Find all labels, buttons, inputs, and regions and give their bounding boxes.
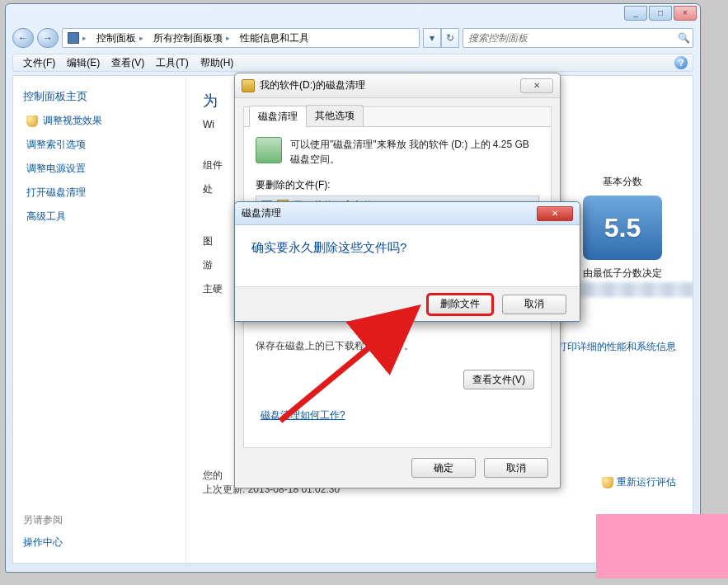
search-icon[interactable]: 🔍: [674, 32, 693, 44]
disk-cleanup-icon: [242, 79, 255, 92]
search-box[interactable]: 🔍: [463, 28, 693, 48]
help-icon[interactable]: ?: [674, 56, 688, 69]
menu-edit[interactable]: 编辑(E): [62, 54, 105, 72]
file-description: 保存在磁盘上的已下载程序文件中。: [256, 339, 539, 353]
refresh-button[interactable]: ↻: [441, 28, 459, 48]
confirm-buttons: 删除文件 取消: [235, 286, 580, 321]
address-bar: ← → ▸ 控制面板▸ 所有控制面板项▸ 性能信息和工具 ▾ ↻ 🔍: [12, 27, 693, 49]
menu-help[interactable]: 帮助(H): [195, 54, 239, 72]
base-score-tile: 5.5: [583, 196, 662, 260]
tab-disk-cleanup[interactable]: 磁盘清理: [249, 106, 307, 127]
breadcrumb-bar[interactable]: ▸ 控制面板▸ 所有控制面板项▸ 性能信息和工具: [62, 28, 420, 48]
disk-cleanup-close-button[interactable]: ✕: [520, 78, 553, 93]
rerun-link[interactable]: 重新运行评估: [602, 475, 676, 489]
confirm-title-text: 磁盘清理: [242, 206, 281, 220]
confirm-body: 确实要永久删除这些文件吗?: [235, 225, 580, 271]
tab-more-options[interactable]: 其他选项: [306, 105, 364, 126]
sidebar-header[interactable]: 控制面板主页: [23, 89, 176, 104]
shield-icon: [602, 477, 613, 488]
confirm-message: 确实要永久删除这些文件吗?: [251, 240, 563, 256]
breadcrumb-performance[interactable]: 性能信息和工具: [235, 29, 314, 47]
menu-bar: 文件(F) 编辑(E) 查看(V) 工具(T) 帮助(H) ?: [12, 54, 693, 72]
disk-cleanup-buttons: 确定 取消: [411, 458, 548, 478]
shield-icon: [26, 116, 38, 127]
confirm-cancel-button[interactable]: 取消: [502, 295, 566, 314]
maximize-button[interactable]: □: [649, 6, 672, 21]
sidebar-item-disk-cleanup[interactable]: 打开磁盘清理: [26, 186, 176, 200]
breadcrumb-root[interactable]: ▸: [63, 29, 92, 47]
disk-cleanup-tabs: 磁盘清理 其他选项: [244, 107, 551, 127]
decorative-overlay: [596, 514, 728, 578]
sidebar-item-visual-effects[interactable]: 调整视觉效果: [26, 114, 176, 128]
breadcrumb-control-panel[interactable]: 控制面板▸: [92, 29, 148, 47]
menu-file[interactable]: 文件(F): [18, 54, 60, 72]
sidebar-item-power[interactable]: 调整电源设置: [26, 162, 176, 176]
confirm-delete-dialog: 磁盘清理 ✕ 确实要永久删除这些文件吗? 删除文件 取消: [234, 201, 580, 322]
cleanup-description: 可以使用"磁盘清理"来释放 我的软件 (D:) 上的 4.25 GB 磁盘空间。: [290, 137, 539, 167]
menu-tools[interactable]: 工具(T): [151, 54, 193, 72]
close-button[interactable]: ×: [674, 6, 697, 21]
files-to-delete-label: 要删除的文件(F):: [256, 178, 539, 192]
ok-button[interactable]: 确定: [411, 458, 476, 478]
disk-cleanup-title: 我的软件(D:)的磁盘清理: [260, 78, 365, 92]
nav-forward-button[interactable]: →: [37, 28, 59, 48]
base-score-label: 基本分数: [603, 175, 642, 189]
minimize-button[interactable]: _: [624, 6, 647, 21]
confirm-close-button[interactable]: ✕: [537, 206, 573, 221]
sidebar-action-center-link[interactable]: 操作中心: [23, 535, 176, 550]
confirm-titlebar[interactable]: 磁盘清理 ✕: [235, 202, 580, 225]
drive-icon: [256, 137, 282, 163]
window-controls: _ □ ×: [624, 6, 697, 21]
menu-view[interactable]: 查看(V): [106, 54, 149, 72]
print-details-link[interactable]: 打印详细的性能和系统信息: [557, 340, 676, 354]
disk-cleanup-titlebar[interactable]: 我的软件(D:)的磁盘清理 ✕: [235, 73, 560, 98]
address-dropdown-button[interactable]: ▾: [423, 28, 441, 48]
breadcrumb-all-items[interactable]: 所有控制面板项▸: [148, 29, 235, 47]
see-also-label: 另请参阅: [23, 513, 176, 527]
score-description: 由最低子分数决定: [583, 267, 662, 281]
view-files-button[interactable]: 查看文件(V): [463, 370, 534, 389]
sidebar-task-list: 调整视觉效果 调整索引选项 调整电源设置 打开磁盘清理 高级工具: [26, 114, 176, 224]
search-input[interactable]: [463, 32, 674, 44]
sidebar: 控制面板主页 调整视觉效果 调整索引选项 调整电源设置 打开磁盘清理 高级工具 …: [13, 76, 186, 563]
computer-icon: [68, 32, 79, 44]
sidebar-footer: 另请参阅 操作中心: [23, 513, 176, 550]
cancel-button[interactable]: 取消: [484, 458, 548, 478]
delete-files-button[interactable]: 删除文件: [428, 295, 492, 314]
sidebar-item-advanced-tools[interactable]: 高级工具: [26, 210, 176, 224]
sidebar-item-indexing[interactable]: 调整索引选项: [26, 138, 176, 152]
nav-back-button[interactable]: ←: [12, 28, 34, 48]
how-does-cleanup-work-link[interactable]: 磁盘清理如何工作?: [261, 408, 345, 422]
